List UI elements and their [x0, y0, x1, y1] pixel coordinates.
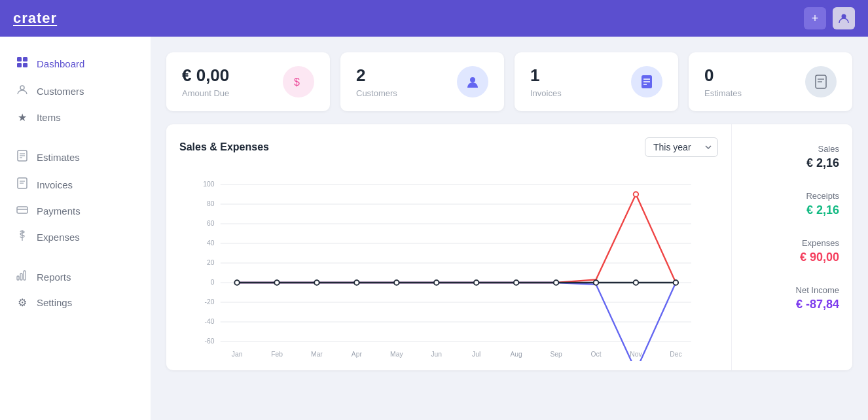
- sidebar-label-items: Items: [37, 112, 61, 123]
- sidebar-label-customers: Customers: [37, 86, 84, 97]
- svg-point-62: [434, 280, 439, 285]
- svg-rect-17: [24, 271, 26, 280]
- receipts-value: € 2,16: [745, 203, 839, 217]
- sidebar-item-settings[interactable]: ⚙ Settings: [0, 290, 151, 315]
- stat-card-customers: 2 Customers: [340, 52, 504, 111]
- svg-rect-3: [17, 63, 22, 67]
- svg-rect-4: [23, 63, 27, 67]
- svg-rect-15: [17, 276, 19, 280]
- chart-svg-container: 100 80 60 40 20 0 -20 -40 -60: [179, 165, 718, 364]
- right-stat-expenses: Expenses € 90,00: [745, 238, 839, 264]
- svg-point-19: [470, 77, 475, 82]
- svg-text:Mar: Mar: [311, 351, 323, 358]
- right-stat-net-income: Net Income € -87,84: [745, 285, 839, 311]
- svg-text:May: May: [390, 351, 403, 358]
- svg-text:Aug: Aug: [510, 351, 522, 358]
- amount-due-label: Amount Due: [182, 88, 229, 98]
- payments-icon: [16, 205, 29, 217]
- svg-point-61: [394, 280, 399, 285]
- svg-text:-20: -20: [204, 298, 214, 306]
- sidebar-label-payments: Payments: [37, 205, 81, 217]
- customers-icon: [16, 84, 29, 98]
- user-menu-button[interactable]: [833, 7, 855, 29]
- add-button[interactable]: +: [804, 7, 826, 29]
- right-stat-receipts: Receipts € 2,16: [745, 191, 839, 217]
- stat-card-invoices: 1 Invoices: [515, 52, 678, 111]
- expenses-label: Expenses: [745, 238, 839, 248]
- settings-icon: ⚙: [16, 296, 29, 309]
- chart-section: Sales & Expenses This year Last year Thi…: [166, 124, 852, 370]
- svg-text:80: 80: [207, 200, 215, 207]
- svg-text:100: 100: [203, 181, 214, 188]
- svg-text:Feb: Feb: [271, 351, 283, 358]
- svg-text:Apr: Apr: [352, 351, 363, 358]
- sidebar-item-reports[interactable]: Reports: [0, 264, 151, 290]
- sidebar-item-expenses[interactable]: Expenses: [0, 223, 151, 251]
- net-income-label: Net Income: [745, 285, 839, 295]
- svg-point-59: [314, 280, 319, 285]
- svg-text:-60: -60: [204, 338, 214, 345]
- estimates-icon: [805, 66, 837, 97]
- chart-title: Sales & Expenses: [179, 141, 269, 153]
- svg-point-68: [674, 280, 679, 285]
- main-content: € 0,00 Amount Due $ 2 Customers: [151, 37, 868, 420]
- svg-text:Dec: Dec: [670, 351, 681, 358]
- net-income-value: € -87,84: [745, 298, 839, 311]
- right-stat-sales: Sales € 2,16: [745, 144, 839, 170]
- stat-card-amount-due: € 0,00 Amount Due $: [166, 52, 330, 111]
- sidebar-item-estimates[interactable]: Estimates: [0, 143, 151, 171]
- svg-rect-13: [17, 207, 27, 213]
- invoices-icon: [16, 177, 29, 192]
- sidebar-label-reports: Reports: [37, 271, 71, 283]
- svg-text:Jul: Jul: [472, 351, 480, 358]
- sidebar: Dashboard Customers ★ Items: [0, 37, 151, 420]
- estimates-icon: [16, 150, 29, 164]
- svg-point-64: [514, 280, 519, 285]
- expenses-icon: [16, 230, 29, 244]
- svg-text:40: 40: [207, 239, 215, 247]
- chart-filter-select[interactable]: This year Last year This month: [645, 137, 718, 157]
- chart-header: Sales & Expenses This year Last year Thi…: [179, 137, 718, 157]
- sales-label: Sales: [745, 144, 839, 154]
- sidebar-item-items[interactable]: ★ Items: [0, 105, 151, 130]
- svg-point-65: [554, 280, 559, 285]
- invoices-label: Invoices: [530, 88, 562, 98]
- svg-text:Jun: Jun: [431, 351, 442, 358]
- invoices-value: 1: [530, 65, 562, 86]
- estimates-value: 0: [704, 65, 742, 86]
- header-actions: +: [804, 7, 855, 29]
- svg-rect-16: [20, 273, 22, 280]
- svg-text:Nov: Nov: [630, 351, 642, 358]
- customers-icon: [457, 66, 488, 97]
- amount-due-icon: $: [283, 66, 314, 97]
- sidebar-label-settings: Settings: [37, 297, 72, 308]
- estimates-label: Estimates: [704, 88, 742, 98]
- sidebar-item-payments[interactable]: Payments: [0, 198, 151, 223]
- svg-text:$: $: [294, 77, 300, 88]
- svg-point-58: [274, 280, 280, 285]
- sidebar-label-expenses: Expenses: [37, 232, 80, 243]
- stat-cards-row: € 0,00 Amount Due $ 2 Customers: [166, 52, 852, 111]
- svg-text:60: 60: [207, 220, 215, 227]
- svg-text:-40: -40: [204, 318, 214, 325]
- sidebar-label-estimates: Estimates: [37, 152, 80, 163]
- svg-text:0: 0: [211, 279, 215, 286]
- sidebar-label-dashboard: Dashboard: [37, 58, 84, 69]
- expenses-value: € 90,00: [745, 251, 839, 264]
- amount-due-value: € 0,00: [182, 65, 229, 86]
- svg-point-66: [594, 280, 599, 285]
- svg-point-63: [474, 280, 479, 285]
- app-header: crater +: [0, 0, 868, 37]
- svg-point-60: [354, 280, 359, 285]
- sidebar-item-dashboard[interactable]: Dashboard: [0, 50, 151, 77]
- items-icon: ★: [16, 111, 29, 124]
- svg-text:Oct: Oct: [590, 351, 601, 358]
- sidebar-item-customers[interactable]: Customers: [0, 77, 151, 105]
- svg-text:Sep: Sep: [550, 351, 562, 358]
- svg-text:Jan: Jan: [232, 351, 243, 358]
- app-logo: crater: [13, 10, 57, 27]
- receipts-label: Receipts: [745, 191, 839, 201]
- svg-point-5: [20, 86, 24, 90]
- customers-label: Customers: [356, 88, 397, 98]
- sidebar-item-invoices[interactable]: Invoices: [0, 171, 151, 198]
